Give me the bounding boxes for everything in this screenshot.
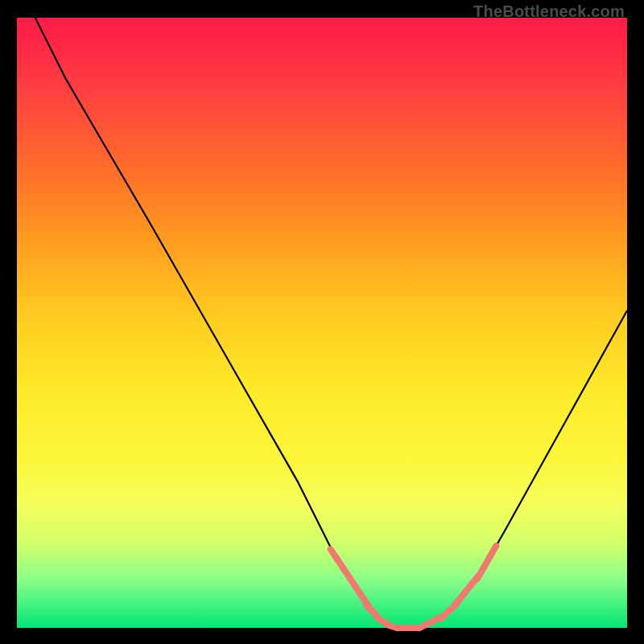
tick-marker bbox=[442, 610, 450, 618]
bottleneck-curve bbox=[35, 18, 627, 628]
bottleneck-chart bbox=[17, 18, 627, 628]
tick-marker bbox=[489, 546, 496, 557]
tick-marker bbox=[452, 599, 460, 608]
tick-marker bbox=[367, 605, 375, 613]
tick-markers bbox=[331, 546, 497, 628]
